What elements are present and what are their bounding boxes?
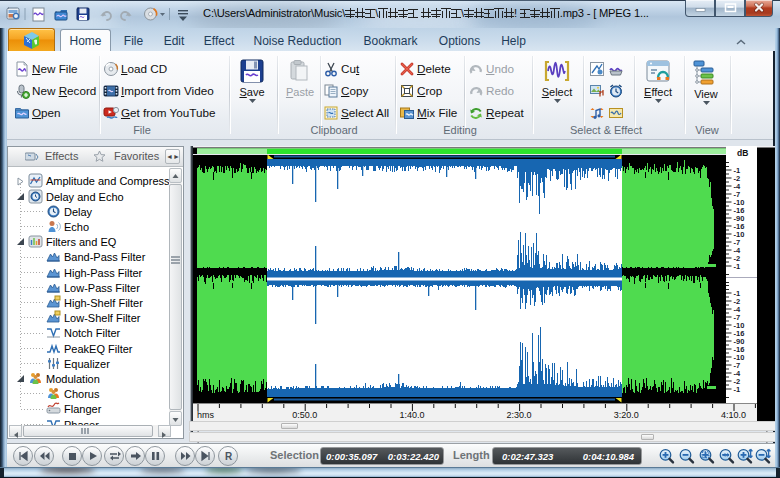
svg-text:-1: -1 [734,385,741,394]
svg-text:hms: hms [197,410,215,420]
svg-text:4:10.0: 4:10.0 [721,410,746,420]
svg-text:-1: -1 [734,262,741,271]
svg-text:R: R [225,451,233,462]
svg-text:1:40.0: 1:40.0 [399,410,424,420]
svg-text:dB: dB [737,148,748,158]
svg-text:0:50.0: 0:50.0 [292,410,317,420]
svg-text:3:20.0: 3:20.0 [614,410,639,420]
svg-text:2:30.0: 2:30.0 [507,410,532,420]
